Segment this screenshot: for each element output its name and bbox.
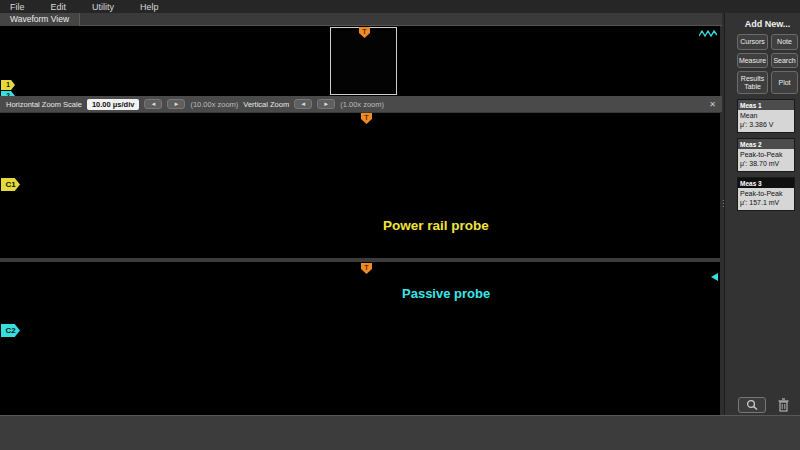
meas-2-title: Meas 2 xyxy=(740,141,762,148)
v-zoom-label: Vertical Zoom xyxy=(243,100,289,109)
ch1-waveform xyxy=(0,113,720,258)
menu-utility[interactable]: Utility xyxy=(92,2,114,12)
trigger-level-arrow[interactable] xyxy=(711,273,718,281)
meas-3-badge[interactable]: Meas 3 Peak-to-Peak μ': 157.1 mV xyxy=(737,177,795,211)
zoom-scale-bar: Horizontal Zoom Scale 10.00 μs/div ◄ ► (… xyxy=(0,96,722,112)
power-rail-pane[interactable]: C1 xyxy=(0,112,720,258)
meas-2-value: μ': 38.70 mV xyxy=(740,160,792,169)
v-zoom-decrease-button[interactable]: ◄ xyxy=(294,99,312,109)
zoom-tool-button[interactable] xyxy=(738,397,766,413)
menu-edit[interactable]: Edit xyxy=(51,2,67,12)
ch2-waveform xyxy=(0,262,720,415)
meas-2-name: Peak-to-Peak xyxy=(740,151,792,160)
overview-waveform-icon[interactable] xyxy=(699,28,717,39)
meas-1-value: μ': 3.386 V xyxy=(740,121,792,130)
passive-probe-annotation: Passive probe xyxy=(402,286,490,301)
h-zoom-decrease-button[interactable]: ◄ xyxy=(144,99,162,109)
meas-2-source-dots xyxy=(783,143,792,146)
meas-1-source-dots xyxy=(783,104,792,107)
tab-bar: Waveform View xyxy=(0,13,722,26)
results-table-button[interactable]: Results Table xyxy=(737,71,768,94)
meas-3-value: μ': 157.1 mV xyxy=(740,199,792,208)
v-zoom-increase-button[interactable]: ► xyxy=(317,99,335,109)
meas-3-source-dots xyxy=(783,182,792,185)
h-zoom-scale-value[interactable]: 10.00 μs/div xyxy=(87,99,140,110)
meas-2-badge[interactable]: Meas 2 Peak-to-Peak μ': 38.70 mV xyxy=(737,138,795,172)
zoom-close-icon[interactable]: ✕ xyxy=(709,100,716,109)
meas-1-title: Meas 1 xyxy=(740,102,762,109)
status-bar: Ch 1 20 mV/div 50 Ω 1 GHz ⌁ Ch 2 25 mV/d… xyxy=(0,415,800,450)
note-button[interactable]: Note xyxy=(771,34,798,50)
meas-3-title: Meas 3 xyxy=(740,180,762,187)
add-new-header: Add New... xyxy=(737,19,798,29)
h-zoom-factor: (10.00x zoom) xyxy=(190,100,238,109)
right-sidebar: Add New... Cursors Note Measure Search R… xyxy=(724,13,800,415)
meas-1-name: Mean xyxy=(740,112,792,121)
trash-icon[interactable] xyxy=(778,398,789,412)
passive-probe-pane[interactable]: C2 xyxy=(0,262,720,415)
measure-button[interactable]: Measure xyxy=(737,53,768,69)
meas-3-name: Peak-to-Peak xyxy=(740,190,792,199)
h-zoom-scale-label: Horizontal Zoom Scale xyxy=(6,100,82,109)
menu-bar: File Edit Utility Help xyxy=(0,0,800,13)
meas-1-badge[interactable]: Meas 1 Mean μ': 3.386 V xyxy=(737,99,795,133)
tab-waveform-view[interactable]: Waveform View xyxy=(0,13,80,26)
plot-button[interactable]: Plot xyxy=(771,71,798,94)
v-zoom-factor: (1.00x zoom) xyxy=(340,100,384,109)
sidebar-splitter-handle[interactable]: ⋮ xyxy=(719,200,723,226)
search-button[interactable]: Search xyxy=(771,53,798,69)
magnifier-icon xyxy=(745,399,759,411)
pane-splitter[interactable] xyxy=(0,258,720,262)
menu-file[interactable]: File xyxy=(10,2,25,12)
cursors-button[interactable]: Cursors xyxy=(737,34,768,50)
power-rail-annotation: Power rail probe xyxy=(383,218,489,233)
h-zoom-increase-button[interactable]: ► xyxy=(167,99,185,109)
zoom-window-box[interactable] xyxy=(330,27,397,95)
menu-help[interactable]: Help xyxy=(140,2,159,12)
